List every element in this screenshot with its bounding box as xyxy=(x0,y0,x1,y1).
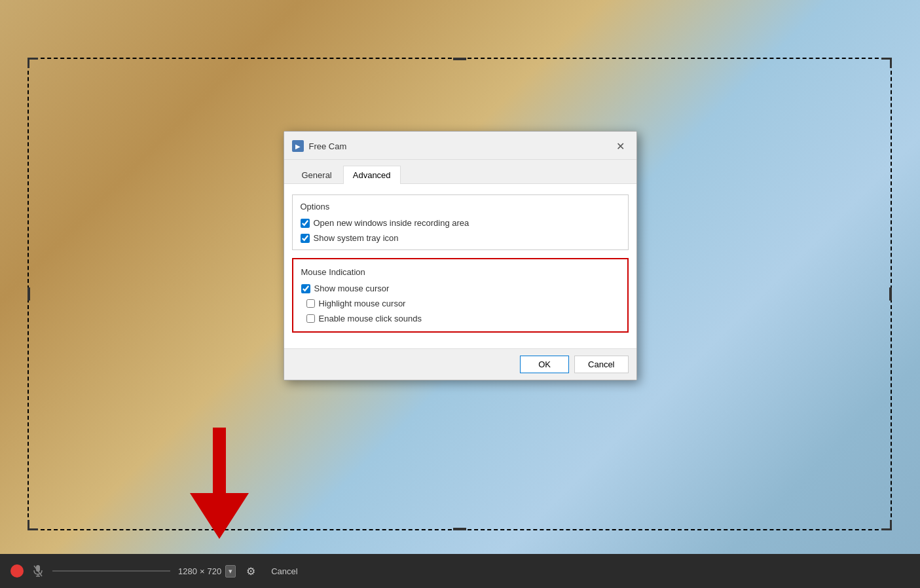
dialog-close-button[interactable]: ✕ xyxy=(613,138,629,154)
cancel-button[interactable]: Cancel xyxy=(574,356,628,373)
checkbox-highlight-cursor-label[interactable]: Highlight mouse cursor xyxy=(319,299,406,308)
ok-button[interactable]: OK xyxy=(520,356,569,373)
tab-general[interactable]: General xyxy=(292,166,342,184)
mouse-sub-options: Highlight mouse cursor Enable mouse clic… xyxy=(301,299,619,323)
checkbox-tray-icon[interactable] xyxy=(301,234,310,243)
dialog-window: ▶ Free Cam ✕ General Advanced Options Op… xyxy=(284,131,637,380)
dialog-overlay: ▶ Free Cam ✕ General Advanced Options Op… xyxy=(0,0,920,588)
checkbox-row-highlight-cursor: Highlight mouse cursor xyxy=(306,299,619,308)
options-section-title: Options xyxy=(301,202,620,211)
checkbox-row-click-sounds: Enable mouse click sounds xyxy=(306,314,619,323)
checkbox-row-show-cursor: Show mouse cursor xyxy=(301,284,619,293)
checkbox-highlight-cursor[interactable] xyxy=(306,299,315,308)
checkbox-show-cursor[interactable] xyxy=(301,284,310,293)
options-section: Options Open new windows inside recordin… xyxy=(292,194,629,250)
checkbox-show-cursor-label[interactable]: Show mouse cursor xyxy=(314,284,390,293)
dialog-tabs: General Advanced xyxy=(284,160,636,184)
checkbox-click-sounds[interactable] xyxy=(306,314,315,323)
checkbox-tray-icon-label[interactable]: Show system tray icon xyxy=(314,233,399,243)
mouse-indication-title: Mouse Indication xyxy=(301,267,619,277)
dialog-title: Free Cam xyxy=(309,141,613,151)
checkbox-click-sounds-label[interactable]: Enable mouse click sounds xyxy=(319,314,422,323)
checkbox-row-open-windows: Open new windows inside recording area xyxy=(301,218,620,228)
checkbox-open-windows-label[interactable]: Open new windows inside recording area xyxy=(314,218,469,228)
mouse-indication-section: Mouse Indication Show mouse cursor Highl… xyxy=(292,258,629,333)
checkbox-open-windows[interactable] xyxy=(301,219,310,228)
dialog-buttons: OK Cancel xyxy=(284,348,636,380)
app-icon: ▶ xyxy=(292,140,304,152)
dialog-content: Options Open new windows inside recordin… xyxy=(284,184,636,348)
tab-advanced[interactable]: Advanced xyxy=(343,166,401,184)
checkbox-row-tray-icon: Show system tray icon xyxy=(301,233,620,243)
dialog-titlebar: ▶ Free Cam ✕ xyxy=(284,132,636,160)
